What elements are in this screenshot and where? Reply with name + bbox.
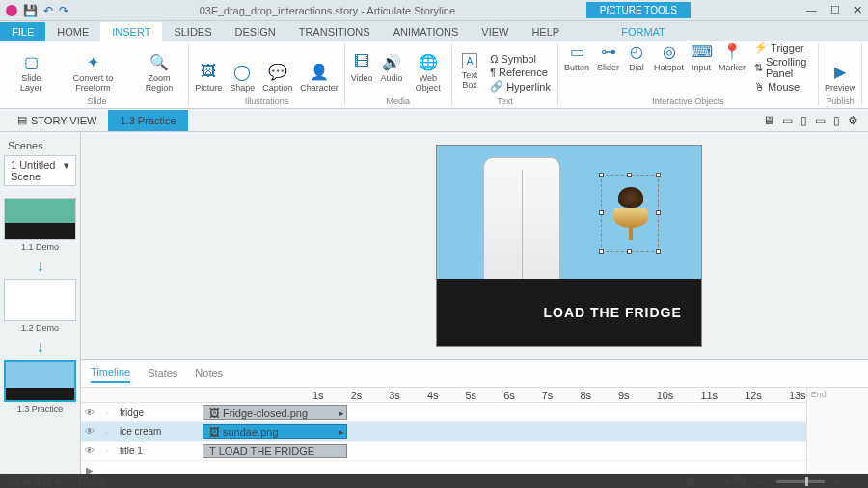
save-icon[interactable]: 💾: [23, 4, 38, 17]
dial-button[interactable]: ◴Dial: [624, 40, 649, 95]
timeline-end: End: [806, 388, 868, 480]
caption-button[interactable]: 💬Caption: [259, 60, 295, 95]
clip-fridge[interactable]: 🖼Fridge-closed.png▸: [203, 405, 347, 420]
input-button[interactable]: ⌨Input: [689, 40, 714, 95]
hyperlink-button[interactable]: 🔗Hyperlink: [490, 80, 551, 93]
scenes-header: Scenes: [4, 136, 76, 155]
tab-view[interactable]: VIEW: [470, 22, 520, 41]
phone-landscape-icon[interactable]: ▭: [815, 114, 826, 127]
lock-icon[interactable]: ·: [98, 427, 116, 437]
text-box-button[interactable]: AText Box: [455, 51, 484, 95]
tab-slides[interactable]: SLIDES: [162, 22, 223, 41]
tablet-portrait-icon[interactable]: ▯: [800, 114, 807, 127]
slider-button[interactable]: ⊶Slider: [594, 40, 622, 95]
symbol-button[interactable]: ΩSymbol: [490, 53, 551, 65]
web-object-button[interactable]: 🌐Web Object: [408, 50, 448, 95]
visibility-icon[interactable]: 👁: [81, 407, 98, 418]
title-bar: 💾 ↶ ↷ 03F_drag_drop_interactions.story -…: [0, 0, 868, 21]
picture-button[interactable]: 🖼Picture: [192, 60, 225, 95]
grid-icon[interactable]: ▦: [686, 475, 695, 488]
thumb-label: 1.2 Demo: [4, 323, 76, 333]
tab-format[interactable]: FORMAT: [610, 22, 677, 41]
tablet-landscape-icon[interactable]: ▭: [782, 114, 793, 127]
thumb-label: 1.1 Demo: [4, 242, 76, 252]
slide-layer-button[interactable]: ▢Slide Layer: [9, 50, 53, 95]
picture-tools-tab: PICTURE TOOLS: [586, 2, 691, 18]
scrolling-panel-button[interactable]: ⇅Scrolling Panel: [754, 56, 811, 79]
zoom-slider[interactable]: [776, 480, 825, 483]
zoom-region-button[interactable]: 🔍Zoom Region: [133, 50, 185, 95]
tab-home[interactable]: HOME: [45, 22, 100, 41]
tab-file[interactable]: FILE: [0, 22, 45, 41]
convert-freeform-button[interactable]: ✦Convert to Freeform: [55, 50, 130, 95]
arrow-down-icon: ↓: [4, 258, 76, 275]
undo-icon[interactable]: ↶: [43, 4, 53, 17]
timeline-row-icecream[interactable]: 👁· ice cream 🖼sundae.png▸: [81, 422, 806, 442]
zoom-level: 64%: [725, 475, 746, 487]
fit-window-icon[interactable]: ⛶: [850, 475, 860, 487]
hotspot-button[interactable]: ◎Hotspot: [651, 40, 687, 95]
timeline-tab[interactable]: Timeline: [91, 364, 130, 383]
layout-name: "Clean": [74, 475, 110, 487]
status-bar: Slide 3 of 4 "Clean" ▦ ⛶ 64% — + ⛶: [0, 474, 868, 488]
reference-button[interactable]: ¶Reference: [490, 67, 551, 78]
tab-transitions[interactable]: TRANSITIONS: [287, 22, 382, 41]
group-media: Media: [387, 96, 411, 106]
clip-title[interactable]: TLOAD THE FRIDGE: [203, 444, 347, 458]
redo-icon[interactable]: ↷: [59, 4, 68, 17]
states-tab[interactable]: States: [148, 365, 177, 382]
chevron-down-icon: ▾: [64, 159, 69, 182]
visibility-icon[interactable]: 👁: [81, 446, 98, 456]
visibility-icon[interactable]: 👁: [81, 426, 98, 437]
tab-animations[interactable]: ANIMATIONS: [382, 22, 471, 41]
window-title: 03F_drag_drop_interactions.story - Artic…: [68, 5, 586, 16]
desktop-view-icon[interactable]: 🖥: [763, 114, 774, 127]
timeline-ruler: 1s2s3s4s5s6s7s8s9s10s11s12s13s: [81, 388, 806, 403]
group-slide: Slide: [88, 96, 107, 106]
group-text: Text: [497, 96, 513, 106]
timeline-row-fridge[interactable]: 👁· fridge 🖼Fridge-closed.png▸: [81, 403, 806, 422]
timeline-row-title[interactable]: 👁· title 1 TLOAD THE FRIDGE: [81, 442, 806, 461]
thumbnail-1-2[interactable]: [4, 279, 76, 321]
thumbnail-1-3[interactable]: [4, 360, 76, 402]
trigger-button[interactable]: ⚡Trigger: [754, 41, 811, 54]
tab-insert[interactable]: INSERT: [100, 22, 162, 41]
shape-button[interactable]: ◯Shape: [227, 60, 258, 95]
sundae-object[interactable]: [611, 187, 650, 240]
close-icon[interactable]: ✕: [854, 4, 862, 16]
tab-help[interactable]: HELP: [520, 22, 571, 41]
slide-indicator: Slide 3 of 4: [8, 475, 61, 487]
maximize-icon[interactable]: ☐: [830, 4, 840, 16]
zoom-in-icon[interactable]: +: [834, 475, 840, 487]
marker-button[interactable]: 📍Marker: [716, 40, 748, 95]
notes-tab[interactable]: Notes: [195, 365, 223, 382]
arrow-down-icon: ↓: [4, 339, 76, 356]
minimize-icon[interactable]: —: [806, 4, 817, 16]
thumbnail-1-1[interactable]: [4, 198, 76, 240]
tab-1-3-practice[interactable]: 1.3 Practice: [108, 110, 187, 131]
button-button[interactable]: ▭Button: [561, 40, 592, 95]
mouse-button[interactable]: 🖱Mouse: [754, 81, 811, 93]
sundae-selection[interactable]: [601, 175, 659, 252]
ribbon-tabs: FILE HOME INSERT SLIDES DESIGN TRANSITIO…: [0, 21, 868, 41]
scene-dropdown[interactable]: 1 Untitled Scene▾: [4, 155, 76, 186]
preview-button[interactable]: ▶Preview: [822, 60, 858, 95]
group-interactive: Interactive Objects: [652, 96, 724, 106]
scenes-panel: Scenes 1 Untitled Scene▾ 1.1 Demo ↓ 1.2 …: [0, 132, 81, 474]
character-button[interactable]: 👤Character: [297, 60, 341, 95]
ribbon: ▢Slide Layer ✦Convert to Freeform 🔍Zoom …: [0, 41, 868, 109]
slide-canvas[interactable]: LOAD THE FRIDGE: [81, 132, 868, 359]
video-button[interactable]: 🎞Video: [348, 50, 376, 95]
lock-icon[interactable]: ·: [98, 447, 116, 456]
zoom-out-icon[interactable]: —: [756, 475, 767, 487]
tab-story-view[interactable]: ▤STORY VIEW: [6, 109, 108, 131]
fit-icon[interactable]: ⛶: [705, 475, 716, 487]
tab-design[interactable]: DESIGN: [224, 22, 287, 41]
clip-sundae[interactable]: 🖼sundae.png▸: [203, 424, 347, 439]
audio-button[interactable]: 🔊Audio: [378, 50, 406, 95]
phone-portrait-icon[interactable]: ▯: [833, 114, 840, 127]
thumb-label: 1.3 Practice: [4, 404, 76, 414]
lock-icon[interactable]: ·: [98, 408, 116, 418]
group-illustrations: Illustrations: [245, 96, 289, 106]
settings-gear-icon[interactable]: ⚙: [848, 114, 858, 127]
